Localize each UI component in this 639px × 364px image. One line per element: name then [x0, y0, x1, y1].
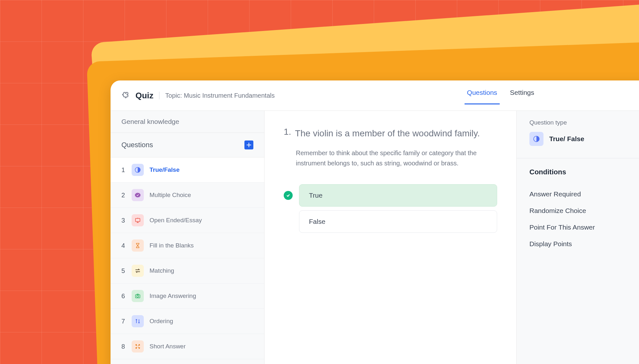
- tab-questions[interactable]: Questions: [461, 87, 504, 104]
- sidebar-item-fill-blanks[interactable]: 4 Fill in the Blanks: [111, 233, 264, 258]
- question-number: 7: [121, 318, 126, 325]
- question-hint: Remember to think about the specific fam…: [296, 148, 481, 168]
- question-number: 2: [121, 192, 126, 199]
- answer-option-true[interactable]: True: [299, 184, 497, 207]
- svg-rect-1: [135, 218, 140, 222]
- question-content: 1. The violin is a member of the woodwin…: [265, 111, 516, 364]
- questions-section-header: Questions: [111, 133, 264, 157]
- questions-header-title: Questions: [121, 141, 153, 149]
- question-number: 3: [121, 217, 126, 224]
- question-number: 1: [121, 166, 126, 174]
- collapse-icon: [132, 340, 144, 353]
- plus-icon: [246, 142, 251, 148]
- condition-display-points[interactable]: Display Points: [529, 236, 639, 252]
- add-question-button[interactable]: [244, 140, 253, 149]
- answer-row-true: True: [284, 184, 497, 207]
- half-circle-icon: [529, 132, 543, 146]
- conditions-title: Conditions: [529, 168, 639, 176]
- question-label: Matching: [150, 267, 174, 274]
- tab-settings[interactable]: Settings: [504, 87, 541, 104]
- question-label: Open Ended/Essay: [150, 217, 202, 224]
- question-label: Fill in the Blanks: [150, 242, 194, 249]
- topic-label: Topic: Music Instrument Fundamentals: [165, 92, 274, 99]
- sidebar-item-short-answer[interactable]: 8 Short Answer: [111, 334, 264, 359]
- question-index: 1.: [284, 127, 291, 140]
- question-label: True/False: [150, 166, 180, 173]
- sidebar-item-essay[interactable]: 3 Open Ended/Essay: [111, 208, 264, 233]
- question-header: 1. The violin is a member of the woodwin…: [284, 127, 497, 140]
- swap-arrows-icon: [132, 265, 144, 277]
- sort-arrows-icon: [132, 315, 144, 327]
- app-title: Quiz: [135, 91, 153, 101]
- svg-point-3: [137, 295, 139, 297]
- panel-divider: [517, 158, 639, 158]
- condition-answer-required[interactable]: Answer Required: [529, 186, 639, 202]
- sidebar-item-image-answering[interactable]: 6 Image Answering: [111, 284, 264, 309]
- question-text: The violin is a member of the woodwind f…: [295, 127, 480, 140]
- question-type-label: Question type: [529, 119, 639, 126]
- sidebar-item-matching[interactable]: 5 Matching: [111, 258, 264, 284]
- sidebar: General knowledge Questions 1 True/False…: [111, 111, 265, 364]
- hourglass-icon: [132, 239, 144, 252]
- correct-check-icon: [284, 191, 293, 200]
- header-divider: [159, 92, 159, 99]
- question-number: 8: [121, 343, 126, 350]
- presentation-icon: [132, 214, 144, 226]
- category-label: General knowledge: [111, 111, 264, 133]
- question-number: 5: [121, 267, 126, 275]
- question-type-name: True/ False: [549, 135, 584, 143]
- condition-randomize[interactable]: Randomize Choice: [529, 202, 639, 219]
- condition-points[interactable]: Point For This Answer: [529, 219, 639, 236]
- quiz-app-window: Quiz Topic: Music Instrument Fundamental…: [111, 80, 639, 364]
- answer-list: True False: [284, 184, 497, 233]
- question-label: Ordering: [150, 318, 173, 325]
- sidebar-item-ordering[interactable]: 7 Ordering: [111, 309, 264, 334]
- header-tabs: Questions Settings: [461, 87, 541, 104]
- sidebar-item-true-false[interactable]: 1 True/False: [111, 157, 264, 183]
- question-label: Short Answer: [150, 343, 186, 350]
- question-number: 4: [121, 242, 126, 249]
- sidebar-item-multiple-choice[interactable]: 2 Multiple Choice: [111, 183, 264, 208]
- check-badge-icon: [132, 189, 144, 201]
- half-circle-icon: [132, 164, 144, 176]
- app-header: Quiz Topic: Music Instrument Fundamental…: [111, 80, 639, 111]
- question-label: Multiple Choice: [150, 192, 191, 199]
- puzzle-icon: [121, 91, 130, 100]
- properties-panel: Question type True/ False Conditions Ans…: [516, 111, 639, 364]
- question-type-chip[interactable]: True/ False: [529, 132, 639, 146]
- question-number: 6: [121, 292, 126, 300]
- camera-icon: [132, 290, 144, 302]
- answer-row-false: False: [284, 210, 497, 233]
- app-body: General knowledge Questions 1 True/False…: [111, 111, 639, 364]
- answer-option-false[interactable]: False: [299, 210, 497, 233]
- question-label: Image Answering: [150, 292, 196, 300]
